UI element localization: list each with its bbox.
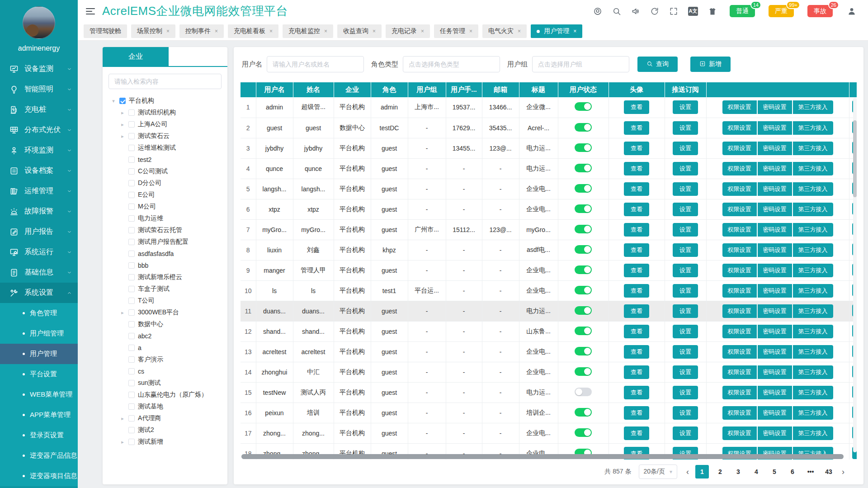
push-settings-button[interactable]: 设置 [673,203,698,216]
view-avatar-button[interactable]: 查看 [624,100,649,114]
role-filter-input[interactable] [403,56,500,72]
user-status-toggle[interactable] [575,225,592,233]
page-button-3[interactable]: 3 [731,465,745,479]
third-party-button[interactable]: 第三方接入 [793,426,833,440]
sidebar-item-role-management[interactable]: 角色管理 [0,303,78,323]
page-button-43[interactable]: 43 [822,465,835,479]
query-button[interactable]: 查询 [637,57,678,72]
tab-充电桩看板[interactable]: 充电桩看板× [228,24,278,38]
view-avatar-button[interactable]: 查看 [624,304,649,318]
sidebar-item-distributed-pv[interactable]: 分布式光伏 [0,120,78,140]
third-party-button[interactable]: 第三方接入 [793,121,833,135]
password-settings-button[interactable]: 密码设置 [758,345,792,359]
checkbox[interactable] [128,298,135,304]
permission-settings-button[interactable]: 权限设置 [722,243,757,257]
checkbox[interactable] [128,121,135,128]
sidebar-item-platform-settings[interactable]: 平台设置 [0,364,78,384]
page-button-5[interactable]: 5 [768,465,781,479]
password-settings-button[interactable]: 密码设置 [758,100,792,114]
permission-settings-button[interactable]: 权限设置 [722,304,757,318]
caret-right-icon[interactable]: ▸ [120,110,125,116]
user-status-toggle[interactable] [575,388,592,396]
checkbox[interactable] [128,403,135,410]
checkbox[interactable] [128,333,135,339]
tree-node[interactable]: ▸测试萤石云 [111,130,225,142]
tab-用户管理[interactable]: 用户管理× [531,24,582,38]
checkbox[interactable] [128,109,135,116]
sidebar-item-inverter-project[interactable]: 逆变器项目信息 [0,466,78,486]
vertical-scroll-thumb[interactable] [853,120,857,197]
tab-场景控制[interactable]: 场景控制× [131,24,175,38]
tab-控制事件[interactable]: 控制事件× [179,24,224,38]
page-size-select[interactable]: 20条/页 ▾ [639,464,678,479]
push-settings-button[interactable]: 设置 [673,142,698,155]
permission-settings-button[interactable]: 权限设置 [722,142,757,155]
tree-node[interactable]: 测试2 [111,424,225,436]
view-avatar-button[interactable]: 查看 [624,121,649,135]
push-settings-button[interactable]: 设置 [673,304,698,318]
next-page-button[interactable]: › [840,467,846,477]
checkbox[interactable] [128,392,135,398]
view-avatar-button[interactable]: 查看 [624,406,649,420]
page-button-6[interactable]: 6 [786,465,799,479]
sidebar-item-web-menu[interactable]: WEB菜单管理 [0,384,78,405]
checkbox[interactable] [128,156,135,163]
checkbox[interactable] [128,204,135,210]
password-settings-button[interactable]: 密码设置 [758,386,792,399]
push-settings-button[interactable]: 设置 [673,406,698,420]
third-party-button[interactable]: 第三方接入 [793,345,833,359]
checkbox[interactable] [128,286,135,292]
tree-node[interactable]: 测试萤石云托管 [111,224,225,236]
tree-node[interactable]: D分公司 [111,177,225,189]
theme-icon[interactable] [708,7,717,16]
third-party-button[interactable]: 第三方接入 [793,304,833,318]
tab-充电桩监控[interactable]: 充电桩监控× [283,24,333,38]
view-avatar-button[interactable]: 查看 [624,345,649,359]
sidebar-item-user-management[interactable]: 用户管理 [0,344,78,364]
tree-node[interactable]: asdfasfasdfa [111,248,225,260]
sidebar-item-fault-alarm[interactable]: 故障报警 [0,201,78,222]
password-settings-button[interactable]: 密码设置 [758,223,792,237]
sidebar-item-basic-info[interactable]: 基础信息 [0,262,78,283]
permission-settings-button[interactable]: 权限设置 [722,284,757,298]
caret-right-icon[interactable]: ▸ [120,416,125,422]
third-party-button[interactable]: 第三方接入 [793,223,833,237]
user-status-toggle[interactable] [575,286,592,294]
third-party-button[interactable]: 第三方接入 [793,100,833,114]
sidebar-item-app-menu[interactable]: APP菜单管理 [0,405,78,425]
tree-node[interactable]: 数据中心 [111,318,225,330]
caret-down-icon[interactable]: ▾ [111,98,116,104]
caret-right-icon[interactable]: ▸ [120,133,125,139]
third-party-button[interactable]: 第三方接入 [793,365,833,379]
checkbox[interactable] [128,321,135,327]
checkbox[interactable] [128,415,135,422]
view-avatar-button[interactable]: 查看 [624,203,649,216]
tab-管理驾驶舱[interactable]: 管理驾驶舱 [84,24,127,38]
checkbox[interactable] [128,439,135,445]
close-icon[interactable]: × [573,28,576,34]
page-button-2[interactable]: 2 [713,465,727,479]
sidebar-item-charging-pile[interactable]: 充电桩 [0,99,78,120]
caret-right-icon[interactable]: ▸ [120,439,125,445]
checkbox[interactable] [128,262,135,269]
group-filter-input[interactable] [532,56,629,72]
sidebar-item-device-monitor[interactable]: 设备监测 [0,59,78,79]
hamburger-icon[interactable] [86,8,95,14]
checkbox[interactable] [128,145,135,151]
user-status-toggle[interactable] [575,367,592,376]
checkbox[interactable] [128,251,135,257]
third-party-button[interactable]: 第三方接入 [793,325,833,338]
permission-settings-button[interactable]: 权限设置 [722,345,757,359]
permission-settings-button[interactable]: 权限设置 [722,406,757,420]
tab-收益查询[interactable]: 收益查询× [337,24,382,38]
view-avatar-button[interactable]: 查看 [624,386,649,399]
tree-node[interactable]: sun测试 [111,377,225,389]
prev-page-button[interactable]: ‹ [684,467,691,477]
checkbox[interactable] [128,227,135,233]
password-settings-button[interactable]: 密码设置 [758,182,792,196]
page-button-1[interactable]: 1 [695,465,709,479]
user-status-toggle[interactable] [575,265,592,274]
third-party-button[interactable]: 第三方接入 [793,243,833,257]
push-settings-button[interactable]: 设置 [673,182,698,196]
sidebar-item-env-monitor[interactable]: 环境监测 [0,140,78,161]
